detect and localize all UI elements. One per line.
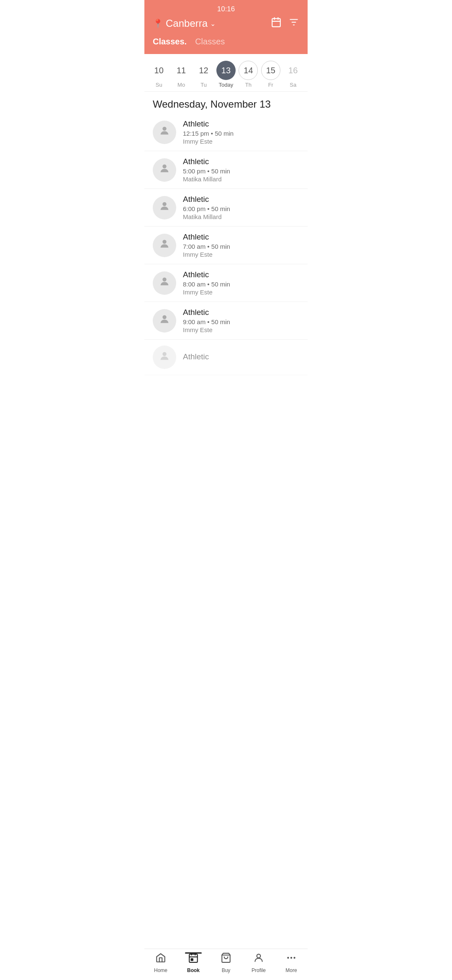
class-meta-3: 7:00 am • 50 min	[183, 243, 299, 250]
day-label-today: Today	[219, 82, 234, 88]
avatar-3	[153, 234, 176, 257]
class-name-6: Athletic	[183, 352, 299, 361]
class-info-0: Athletic 12:15 pm • 50 min Immy Este	[183, 119, 299, 145]
avatar-4	[153, 271, 176, 295]
class-item-0[interactable]: Athletic 12:15 pm • 50 min Immy Este	[144, 113, 308, 151]
filter-icon-button[interactable]	[288, 17, 299, 30]
day-label-su: Su	[156, 82, 162, 88]
header: 10:16 📍 Canberra ⌄	[144, 0, 308, 54]
class-list: Athletic 12:15 pm • 50 min Immy Este Ath…	[144, 113, 308, 409]
status-bar: 10:16	[153, 0, 299, 17]
class-meta-4: 8:00 am • 50 min	[183, 281, 299, 288]
header-nav-tabs: Classes. Classes	[153, 37, 299, 47]
class-meta-5: 9:00 am • 50 min	[183, 318, 299, 325]
tab-classes-dot[interactable]: Classes.	[153, 37, 187, 47]
class-item-2[interactable]: Athletic 6:00 pm • 50 min Matika Millard	[144, 189, 308, 227]
day-number-12: 12	[194, 61, 213, 80]
person-icon-2	[159, 200, 170, 215]
class-item-4[interactable]: Athletic 8:00 am • 50 min Immy Este	[144, 264, 308, 302]
class-name-1: Athletic	[183, 157, 299, 166]
day-12[interactable]: 12 Tu	[193, 61, 215, 88]
class-item-6-partial[interactable]: Athletic	[144, 340, 308, 375]
app-container: 10:16 📍 Canberra ⌄	[144, 0, 308, 409]
svg-point-12	[162, 315, 166, 319]
days-strip: 10 Su 11 Mo 12 Tu 13 Today 14 Th 15 Fr	[144, 61, 308, 91]
location-selector[interactable]: 📍 Canberra ⌄	[153, 18, 216, 29]
class-info-3: Athletic 7:00 am • 50 min Immy Este	[183, 232, 299, 258]
person-icon-0	[159, 125, 170, 139]
day-number-16: 16	[283, 61, 303, 80]
class-name-3: Athletic	[183, 232, 299, 242]
day-15[interactable]: 15 Fr	[260, 61, 282, 88]
class-info-2: Athletic 6:00 pm • 50 min Matika Millard	[183, 195, 299, 220]
class-trainer-3: Immy Este	[183, 251, 299, 258]
calendar-icon-button[interactable]	[271, 17, 282, 30]
class-item-5[interactable]: Athletic 9:00 am • 50 min Immy Este	[144, 302, 308, 340]
day-label-tu: Tu	[200, 82, 207, 88]
person-icon-4	[159, 276, 170, 290]
day-label-mo: Mo	[177, 82, 185, 88]
class-info-4: Athletic 8:00 am • 50 min Immy Este	[183, 270, 299, 296]
avatar-1	[153, 158, 176, 182]
day-number-13: 13	[216, 61, 236, 80]
svg-point-10	[162, 240, 166, 244]
class-name-5: Athletic	[183, 308, 299, 317]
day-number-11: 11	[172, 61, 191, 80]
avatar-5	[153, 309, 176, 333]
class-trainer-1: Matika Millard	[183, 175, 299, 183]
header-actions	[271, 17, 299, 30]
class-item-1[interactable]: Athletic 5:00 pm • 50 min Matika Millard	[144, 151, 308, 189]
svg-point-9	[162, 202, 166, 206]
calendar-section: 10 Su 11 Mo 12 Tu 13 Today 14 Th 15 Fr	[144, 54, 308, 92]
day-14[interactable]: 14 Th	[237, 61, 259, 88]
svg-point-13	[162, 352, 166, 356]
avatar-2	[153, 196, 176, 219]
day-10[interactable]: 10 Su	[148, 61, 170, 88]
day-number-10: 10	[149, 61, 169, 80]
svg-point-8	[162, 165, 166, 168]
tab-classes[interactable]: Classes	[195, 37, 225, 47]
day-label-th: Th	[245, 82, 252, 88]
date-heading: Wednesday, November 13	[144, 92, 308, 113]
class-info-1: Athletic 5:00 pm • 50 min Matika Millard	[183, 157, 299, 183]
avatar-6	[153, 346, 176, 369]
class-info-6: Athletic	[183, 352, 299, 363]
class-trainer-0: Immy Este	[183, 138, 299, 145]
person-icon-6	[159, 350, 170, 365]
class-trainer-2: Matika Millard	[183, 213, 299, 220]
svg-point-7	[162, 127, 166, 131]
svg-point-11	[162, 278, 166, 281]
class-meta-1: 5:00 pm • 50 min	[183, 168, 299, 175]
location-pin-icon: 📍	[153, 18, 163, 28]
status-time: 10:16	[217, 5, 235, 13]
day-label-sa: Sa	[290, 82, 296, 88]
class-trainer-4: Immy Este	[183, 289, 299, 296]
day-13-today[interactable]: 13 Today	[215, 61, 237, 88]
class-info-5: Athletic 9:00 am • 50 min Immy Este	[183, 308, 299, 333]
person-icon-3	[159, 238, 170, 253]
day-number-15: 15	[261, 61, 280, 80]
class-meta-0: 12:15 pm • 50 min	[183, 130, 299, 137]
class-trainer-5: Immy Este	[183, 326, 299, 333]
class-name-0: Athletic	[183, 119, 299, 129]
svg-rect-0	[272, 18, 280, 27]
avatar-0	[153, 121, 176, 144]
day-number-14: 14	[239, 61, 258, 80]
day-11[interactable]: 11 Mo	[170, 61, 192, 88]
day-label-fr: Fr	[268, 82, 273, 88]
person-icon-1	[159, 162, 170, 177]
location-name: Canberra	[166, 18, 208, 29]
header-top: 📍 Canberra ⌄	[153, 17, 299, 30]
person-icon-5	[159, 313, 170, 328]
chevron-down-icon: ⌄	[210, 20, 216, 28]
class-name-4: Athletic	[183, 270, 299, 279]
class-meta-2: 6:00 pm • 50 min	[183, 205, 299, 212]
day-16[interactable]: 16 Sa	[282, 61, 304, 88]
class-item-3[interactable]: Athletic 7:00 am • 50 min Immy Este	[144, 227, 308, 264]
class-name-2: Athletic	[183, 195, 299, 204]
